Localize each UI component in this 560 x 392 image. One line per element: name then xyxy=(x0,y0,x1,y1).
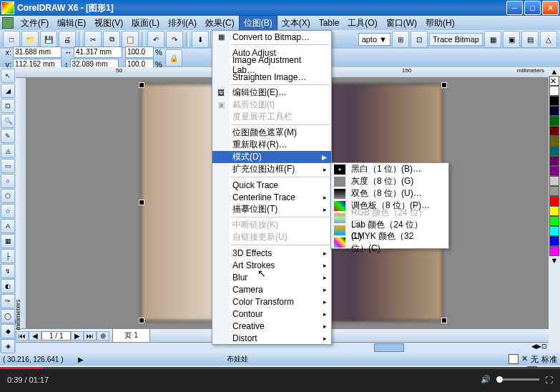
menu-file[interactable]: 文件(F) xyxy=(16,16,53,31)
mi-quicktrace[interactable]: Quick Trace xyxy=(212,179,331,191)
mi-3d[interactable]: 3D Effects▸ xyxy=(212,247,331,259)
handle-tl[interactable] xyxy=(139,82,144,88)
mi-centerline[interactable]: Centerline Trace▸ xyxy=(212,191,331,203)
swatch-none[interactable]: ✕ xyxy=(549,76,559,86)
swatch[interactable] xyxy=(549,136,559,146)
swatch[interactable] xyxy=(549,186,559,196)
swatch[interactable] xyxy=(549,126,559,136)
mi-artstrokes[interactable]: Art Strokes▸ xyxy=(212,259,331,271)
handle-ml[interactable] xyxy=(139,200,144,205)
maximize-button[interactable]: □ xyxy=(524,1,541,15)
eyedrop-tool[interactable]: ✑ xyxy=(1,294,15,308)
mi-colormask[interactable]: 位图颜色遮罩(M) xyxy=(212,127,331,139)
tb-b[interactable]: ⊡ xyxy=(411,31,428,48)
swatch[interactable] xyxy=(549,206,559,216)
shape-tool[interactable]: ◢ xyxy=(1,84,15,98)
smart-fill-tool[interactable]: ◈ xyxy=(1,339,15,353)
tb-a[interactable]: ⊞ xyxy=(392,31,409,48)
mi-camera[interactable]: Camera▸ xyxy=(212,283,331,295)
swatch[interactable] xyxy=(549,236,559,246)
mi-blur[interactable]: Blur▸ xyxy=(212,271,331,283)
snap-dropdown[interactable]: apto ▼ xyxy=(358,33,390,46)
fill-tool[interactable]: ◆ xyxy=(1,324,15,338)
rect-tool[interactable]: ▭ xyxy=(1,159,15,173)
scalex-input[interactable] xyxy=(125,46,154,58)
mi-straighten[interactable]: Straighten Image… xyxy=(212,71,331,83)
tb-d[interactable]: ▣ xyxy=(503,31,520,48)
mi-trace[interactable]: 描摹位图(T)▸ xyxy=(212,203,331,215)
handle-tr[interactable] xyxy=(441,82,447,88)
menu-text[interactable]: 文本(X) xyxy=(277,16,315,31)
swatch[interactable] xyxy=(549,96,559,106)
sm-gray[interactable]: 灰度（8 位）(G) xyxy=(331,175,448,187)
close-button[interactable]: ✕ xyxy=(542,1,559,15)
minimize-button[interactable]: ─ xyxy=(506,1,523,15)
outline-tool[interactable]: ◯ xyxy=(1,309,15,323)
page-add[interactable]: ⊕ xyxy=(97,331,109,340)
volume-slider[interactable] xyxy=(496,378,539,381)
sm-bw[interactable]: ▪黑白（1 位）(B)… xyxy=(331,163,448,175)
trace-button[interactable]: Trace Bitmap xyxy=(429,33,483,46)
menu-window[interactable]: 窗口(W) xyxy=(382,16,421,31)
table-tool[interactable]: ▦ xyxy=(1,234,15,248)
menu-arrange[interactable]: 排列(A) xyxy=(164,16,201,31)
page-prev[interactable]: ◀ xyxy=(29,331,41,340)
swatch[interactable] xyxy=(549,196,559,206)
swatch[interactable] xyxy=(549,216,559,226)
handle-br[interactable] xyxy=(441,318,447,323)
save-button[interactable]: 💾 xyxy=(40,31,57,48)
page-tab[interactable]: 页 1 xyxy=(112,328,149,343)
mi-mode[interactable]: 模式(D)▶ xyxy=(212,151,331,163)
print-button[interactable]: 🖨 xyxy=(59,31,76,48)
mi-distort[interactable]: Distort▸ xyxy=(212,332,331,344)
swatch[interactable] xyxy=(549,166,559,176)
menu-bitmap[interactable]: 位图(B) xyxy=(239,15,277,31)
menu-effects[interactable]: 效果(C) xyxy=(201,16,239,31)
cut-button[interactable]: ✂ xyxy=(84,31,102,48)
page-last[interactable]: ⏭ xyxy=(84,331,97,340)
x-input[interactable] xyxy=(13,46,62,58)
pick-tool[interactable]: ↖ xyxy=(1,69,15,83)
undo-button[interactable]: ↶ xyxy=(147,31,164,48)
mi-imgadjust[interactable]: Image Adjustment Lab… xyxy=(212,59,331,71)
menu-layout[interactable]: 版面(L) xyxy=(127,16,164,31)
swatch[interactable] xyxy=(549,146,559,156)
crop-tool[interactable]: ⊡ xyxy=(1,99,15,113)
swatch[interactable] xyxy=(549,246,559,256)
swatch[interactable] xyxy=(549,176,559,186)
w-input[interactable] xyxy=(74,46,122,58)
tb-e[interactable]: ▤ xyxy=(521,31,539,48)
blend-tool[interactable]: ◐ xyxy=(1,279,15,293)
fill-swatch-icon[interactable] xyxy=(509,354,519,364)
connector-tool[interactable]: ↯ xyxy=(1,264,15,278)
page-next[interactable]: ▶ xyxy=(71,331,84,340)
redo-button[interactable]: ↷ xyxy=(166,31,183,48)
zoom-tool[interactable]: 🔍 xyxy=(1,114,15,128)
volume-icon[interactable]: 🔊 xyxy=(481,375,491,384)
swatch[interactable] xyxy=(549,226,559,236)
tb-f[interactable]: △ xyxy=(540,31,557,48)
paste-button[interactable]: 📋 xyxy=(122,31,139,48)
scroll-thumb[interactable] xyxy=(374,343,404,352)
copy-button[interactable]: ⧉ xyxy=(103,31,120,48)
menu-edit[interactable]: 编辑(E) xyxy=(53,16,90,31)
mi-creative[interactable]: Creative▸ xyxy=(212,320,331,332)
swatch[interactable] xyxy=(549,106,559,116)
menu-help[interactable]: 帮助(H) xyxy=(421,16,459,31)
menu-table[interactable]: Table xyxy=(315,16,344,29)
dim-tool[interactable]: ├ xyxy=(1,249,15,263)
polygon-tool[interactable]: ⬠ xyxy=(1,189,15,203)
mi-convert[interactable]: ▦Convert to Bitmap… xyxy=(212,31,331,43)
mi-editbitmap[interactable]: 🖼编辑位图(E)… xyxy=(212,87,331,99)
lock-ratio-button[interactable]: 🔒 xyxy=(165,49,182,67)
mi-color[interactable]: Color Transform▸ xyxy=(212,295,331,308)
fullscreen-button[interactable]: ⛶ xyxy=(545,376,553,384)
mi-inflate[interactable]: 扩充位图边框(F)▸ xyxy=(212,163,331,175)
freehand-tool[interactable]: ✎ xyxy=(1,129,15,143)
swatch[interactable] xyxy=(549,116,559,126)
mi-resample[interactable]: 重新取样(R)… xyxy=(212,139,331,151)
sm-duo[interactable]: 双色（8 位）(U)… xyxy=(331,187,448,200)
text-tool[interactable]: A xyxy=(1,219,15,233)
swatch[interactable] xyxy=(549,86,559,96)
sm-cmyk[interactable]: CMYK 颜色（32 位）(C) xyxy=(331,236,448,248)
